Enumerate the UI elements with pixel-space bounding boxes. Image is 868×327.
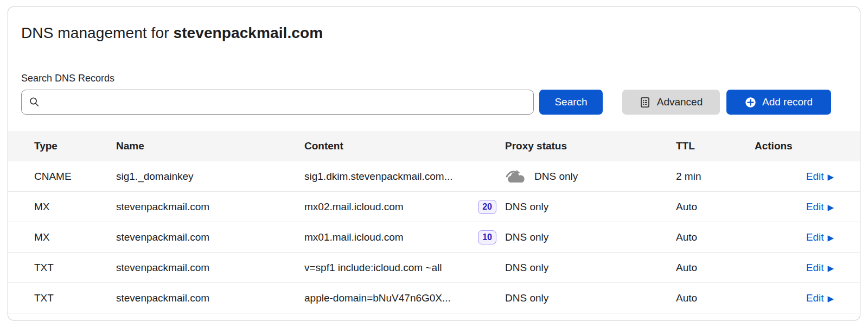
actions-cell: Edit ▶: [755, 262, 834, 274]
record-type: CNAME: [34, 171, 116, 183]
search-button[interactable]: Search: [539, 90, 603, 115]
col-header-type: Type: [34, 140, 116, 152]
col-header-ttl: TTL: [676, 140, 755, 152]
edit-arrow-icon: ▶: [827, 234, 834, 242]
search-input[interactable]: [44, 91, 527, 113]
edit-button-label: Edit: [806, 231, 824, 243]
table-body: CNAME sig1._domainkey sig1.dkim.stevenpa…: [8, 161, 860, 313]
proxy-status-cell: DNS only: [505, 292, 676, 304]
record-content-cell: sig1.dkim.stevenpackmail.com...: [304, 171, 505, 183]
proxy-status-cell: DNS only: [505, 201, 676, 213]
record-ttl: Auto: [676, 201, 755, 213]
edit-arrow-icon: ▶: [827, 203, 834, 211]
edit-button-label: Edit: [806, 262, 824, 274]
col-header-content: Content: [304, 140, 505, 152]
record-name: stevenpackmail.com: [116, 262, 304, 274]
record-content-cell: apple-domain=bNuV47n6G0X...: [304, 292, 505, 304]
search-box[interactable]: [21, 90, 534, 115]
plus-circle-icon: [745, 97, 756, 108]
edit-arrow-icon: ▶: [827, 264, 834, 272]
table-row: CNAME sig1._domainkey sig1.dkim.stevenpa…: [8, 161, 860, 192]
priority-badge: 20: [478, 200, 496, 214]
record-content-cell: mx01.mail.icloud.com 10: [304, 230, 505, 244]
proxy-status-text: DNS only: [505, 262, 548, 274]
record-ttl: Auto: [676, 262, 755, 274]
advanced-button-label: Advanced: [657, 96, 703, 108]
edit-button[interactable]: Edit ▶: [806, 262, 834, 274]
dns-records-table: Type Name Content Proxy status TTL Actio…: [8, 131, 860, 313]
search-icon: [28, 96, 40, 108]
record-content: mx02.mail.icloud.com: [304, 201, 404, 213]
table-row: MX stevenpackmail.com mx01.mail.icloud.c…: [8, 222, 860, 253]
record-ttl: Auto: [676, 292, 755, 304]
col-header-proxy-status: Proxy status: [505, 140, 676, 152]
actions-cell: Edit ▶: [755, 231, 834, 243]
edit-arrow-icon: ▶: [827, 173, 834, 181]
record-content: apple-domain=bNuV47n6G0X...: [304, 292, 451, 304]
edit-button[interactable]: Edit ▶: [806, 201, 834, 213]
col-header-name: Name: [116, 140, 304, 152]
record-content-cell: v=spf1 include:icloud.com ~all: [304, 262, 505, 274]
record-content: mx01.mail.icloud.com: [304, 231, 404, 243]
record-type: MX: [34, 231, 116, 243]
record-name: stevenpackmail.com: [116, 201, 304, 213]
record-name: stevenpackmail.com: [116, 231, 304, 243]
proxy-status-text: DNS only: [505, 292, 548, 304]
search-label: Search DNS Records: [21, 73, 114, 84]
priority-badge: 10: [478, 230, 496, 244]
edit-button-label: Edit: [806, 292, 824, 304]
proxy-status-text: DNS only: [505, 231, 548, 243]
list-document-icon: [640, 97, 650, 108]
edit-button[interactable]: Edit ▶: [806, 292, 834, 304]
add-record-button[interactable]: Add record: [726, 90, 831, 115]
record-type: TXT: [34, 292, 116, 304]
actions-cell: Edit ▶: [755, 171, 834, 183]
record-content: sig1.dkim.stevenpackmail.com...: [304, 171, 453, 183]
record-ttl: 2 min: [676, 171, 755, 183]
edit-arrow-icon: ▶: [827, 294, 834, 303]
record-content: v=spf1 include:icloud.com ~all: [304, 262, 442, 274]
proxy-status-text: DNS only: [534, 171, 578, 183]
actions-cell: Edit ▶: [755, 201, 834, 213]
col-header-actions: Actions: [755, 140, 834, 152]
edit-button[interactable]: Edit ▶: [806, 171, 834, 183]
record-type: MX: [34, 201, 116, 213]
page-title: DNS management for stevenpackmail.com: [21, 24, 323, 42]
record-name: stevenpackmail.com: [116, 292, 304, 304]
proxy-status-cell: DNS only: [505, 168, 676, 184]
add-record-button-label: Add record: [762, 96, 813, 108]
edit-button-label: Edit: [806, 171, 824, 183]
dns-only-cloud-icon: [505, 168, 528, 184]
advanced-button[interactable]: Advanced: [622, 90, 720, 115]
record-ttl: Auto: [676, 231, 755, 243]
table-row: MX stevenpackmail.com mx02.mail.icloud.c…: [8, 192, 860, 222]
record-name: sig1._domainkey: [116, 171, 304, 183]
dns-management-card: DNS management for stevenpackmail.com Se…: [8, 7, 860, 320]
search-toolbar: Search Advanced Add record: [21, 90, 831, 115]
edit-button-label: Edit: [806, 201, 824, 213]
record-type: TXT: [34, 262, 116, 274]
table-row: TXT stevenpackmail.com apple-domain=bNuV…: [8, 283, 860, 313]
table-row: TXT stevenpackmail.com v=spf1 include:ic…: [8, 253, 860, 283]
table-header-row: Type Name Content Proxy status TTL Actio…: [8, 131, 860, 161]
proxy-status-cell: DNS only: [505, 262, 676, 274]
page-title-prefix: DNS management for: [21, 24, 173, 41]
domain-name: stevenpackmail.com: [173, 24, 323, 41]
record-content-cell: mx02.mail.icloud.com 20: [304, 200, 505, 214]
edit-button[interactable]: Edit ▶: [806, 231, 834, 243]
proxy-status-text: DNS only: [505, 201, 548, 213]
proxy-status-cell: DNS only: [505, 231, 676, 243]
actions-cell: Edit ▶: [755, 292, 834, 304]
